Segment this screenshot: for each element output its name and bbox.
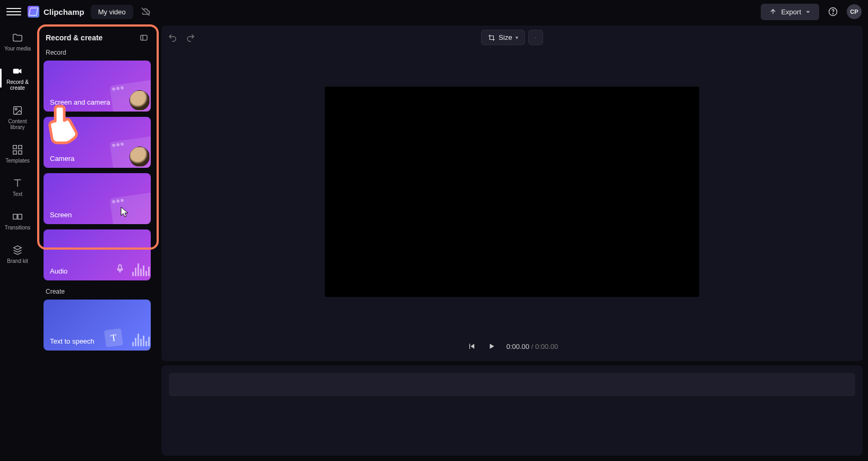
time-display: 0:00.00 / 0:00.00 bbox=[506, 343, 558, 351]
tutorial-pointer-icon bbox=[47, 102, 85, 144]
card-art-icon bbox=[111, 139, 151, 168]
svg-point-5 bbox=[15, 108, 17, 110]
text-icon bbox=[12, 177, 23, 189]
waveform-icon bbox=[132, 263, 150, 276]
svg-rect-8 bbox=[13, 151, 16, 154]
section-label-record: Record bbox=[37, 49, 157, 61]
project-name[interactable]: My video bbox=[91, 5, 133, 19]
library-icon bbox=[12, 105, 23, 116]
panel-title: Record & create bbox=[46, 33, 102, 42]
camera-icon bbox=[12, 65, 23, 77]
panel-collapse-button[interactable] bbox=[139, 33, 149, 42]
rail-label: Your media bbox=[4, 46, 31, 52]
rail-text[interactable]: Text bbox=[2, 175, 33, 199]
svg-rect-4 bbox=[14, 107, 22, 115]
mic-icon bbox=[115, 262, 125, 275]
size-label: Size bbox=[499, 33, 512, 41]
user-avatar[interactable]: CP bbox=[847, 4, 862, 19]
rail-your-media[interactable]: Your media bbox=[2, 30, 33, 54]
help-button[interactable] bbox=[826, 4, 840, 19]
svg-rect-14 bbox=[535, 37, 536, 38]
brand-name: Clipchamp bbox=[44, 7, 84, 16]
card-label: Camera bbox=[50, 155, 74, 163]
rail-label: Brand kit bbox=[7, 258, 28, 264]
rail-label: Content library bbox=[3, 118, 32, 130]
svg-rect-6 bbox=[13, 146, 16, 149]
brand-logo-icon bbox=[28, 6, 39, 18]
templates-icon bbox=[12, 144, 23, 156]
menu-button[interactable] bbox=[6, 4, 21, 19]
card-art-icon bbox=[111, 83, 151, 112]
svg-rect-7 bbox=[19, 146, 22, 149]
side-panel: Record & create Record Screen and camera… bbox=[35, 23, 157, 461]
svg-rect-10 bbox=[13, 214, 17, 219]
folder-icon bbox=[12, 32, 23, 44]
rail-transitions[interactable]: Transitions bbox=[2, 209, 33, 233]
section-label-create: Create bbox=[37, 280, 157, 300]
redo-button[interactable] bbox=[185, 32, 196, 44]
rail-record-create[interactable]: Record & create bbox=[2, 63, 33, 93]
card-audio[interactable]: Audio bbox=[44, 229, 151, 280]
popout-button[interactable] bbox=[528, 30, 543, 45]
export-button[interactable]: Export bbox=[761, 4, 819, 20]
cloud-off-icon[interactable] bbox=[140, 6, 151, 18]
svg-rect-3 bbox=[13, 69, 19, 73]
card-label: Screen bbox=[50, 211, 72, 219]
upload-icon bbox=[769, 8, 777, 15]
timeline-track[interactable] bbox=[169, 373, 855, 396]
svg-rect-12 bbox=[141, 35, 147, 40]
rail-label: Text bbox=[13, 191, 22, 197]
card-text-to-speech[interactable]: Text to speech T bbox=[44, 300, 151, 351]
video-canvas[interactable] bbox=[325, 87, 699, 297]
timeline-panel bbox=[161, 365, 863, 456]
cursor-icon bbox=[120, 206, 130, 218]
export-label: Export bbox=[781, 8, 801, 16]
stage-toolbar: Size ▾ bbox=[161, 25, 863, 49]
size-dropdown[interactable]: Size ▾ bbox=[481, 30, 525, 45]
chevron-down-icon bbox=[805, 9, 811, 14]
text-icon: T bbox=[104, 328, 123, 347]
svg-rect-13 bbox=[119, 265, 122, 270]
stage-area: Size ▾ 0:00.00 bbox=[157, 23, 868, 461]
rail-label: Templates bbox=[5, 158, 30, 164]
play-button[interactable] bbox=[486, 341, 497, 352]
rail-brand-kit[interactable]: Brand kit bbox=[2, 242, 33, 266]
svg-rect-11 bbox=[18, 214, 22, 219]
total-time: 0:00.00 bbox=[535, 343, 558, 351]
brand-kit-icon bbox=[12, 244, 23, 256]
left-rail: Your media Record & create Content libra… bbox=[0, 23, 35, 461]
rail-templates[interactable]: Templates bbox=[2, 142, 33, 166]
current-time: 0:00.00 bbox=[506, 343, 529, 351]
undo-button[interactable] bbox=[167, 32, 178, 44]
playbar: 0:00.00 / 0:00.00 bbox=[161, 334, 863, 361]
popout-icon bbox=[535, 34, 536, 41]
chevron-down-icon: ▾ bbox=[515, 35, 518, 40]
svg-rect-9 bbox=[19, 151, 22, 154]
card-screen[interactable]: Screen bbox=[44, 173, 151, 224]
transitions-icon bbox=[12, 211, 23, 223]
card-label: Text to speech bbox=[50, 337, 94, 345]
skip-start-button[interactable] bbox=[466, 341, 477, 352]
rail-label: Transitions bbox=[5, 225, 31, 230]
top-bar: Clipchamp My video Export CP bbox=[0, 0, 868, 23]
waveform-icon bbox=[132, 334, 150, 346]
card-label: Audio bbox=[50, 267, 67, 275]
brand[interactable]: Clipchamp bbox=[28, 6, 84, 18]
svg-point-2 bbox=[832, 13, 833, 14]
rail-content-library[interactable]: Content library bbox=[2, 103, 33, 132]
rail-label: Record & create bbox=[3, 79, 32, 91]
card-art-icon bbox=[111, 195, 151, 224]
crop-icon bbox=[488, 34, 495, 41]
